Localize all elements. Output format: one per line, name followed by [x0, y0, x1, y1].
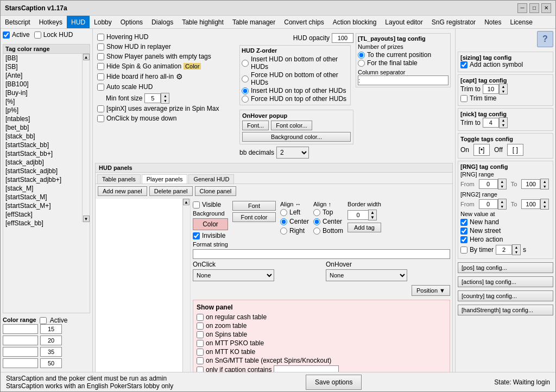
color-num-3[interactable] [40, 347, 62, 357]
tag-list-scroll-up[interactable]: ▲ [83, 54, 90, 60]
nick-trim-down[interactable]: ▼ [500, 123, 507, 128]
rng-from-input[interactable] [479, 179, 498, 189]
hud-opacity-input[interactable] [332, 33, 353, 43]
show-sng-mtt-checkbox[interactable] [197, 357, 204, 364]
onclick-mouse-checkbox[interactable] [97, 115, 104, 122]
tag-item[interactable]: [startStack_M+] [3, 201, 82, 210]
tag-item[interactable]: [effStack_bb] [3, 219, 82, 227]
tab-player-panels[interactable]: Player panels [142, 174, 188, 184]
show-mtt-ko-checkbox[interactable] [197, 349, 204, 356]
hide-board-checkbox[interactable] [97, 73, 104, 80]
tag-item[interactable]: [startStack_adjbb] [3, 167, 82, 175]
tag-item[interactable]: [SB] [3, 62, 82, 71]
tag-item[interactable]: [BB] [3, 54, 82, 62]
by-timer-up[interactable]: ▲ [513, 245, 520, 250]
tag-item[interactable]: [stack_M] [3, 184, 82, 193]
show-spins-table-checkbox[interactable] [197, 331, 204, 338]
for-final-table-radio[interactable] [358, 60, 365, 67]
tag-item[interactable]: [startStack_M] [3, 193, 82, 201]
close-button[interactable]: ✕ [541, 3, 551, 13]
tag-item[interactable]: [effStack] [3, 210, 82, 219]
add-action-symbol-checkbox[interactable] [460, 61, 467, 68]
invisible-checkbox[interactable] [193, 232, 200, 239]
rng2-to-down[interactable]: ▼ [541, 204, 548, 209]
rng2-to-up[interactable]: ▲ [541, 199, 548, 204]
country-config-button[interactable]: [country] tag config... [458, 290, 553, 301]
pos-config-button[interactable]: [pos] tag config... [458, 262, 553, 273]
show-hud-replayer-checkbox[interactable] [97, 43, 104, 50]
menu-dialogs[interactable]: Dialogs [147, 16, 178, 28]
menu-betscript[interactable]: Betscript [1, 16, 35, 28]
color-box-3[interactable] [3, 347, 38, 357]
toggle-on-box[interactable]: [•] [473, 144, 490, 156]
nick-trim-input[interactable] [483, 118, 499, 128]
rng-from-up[interactable]: ▲ [498, 179, 506, 184]
color-num-1[interactable] [40, 324, 62, 334]
actions-config-button[interactable]: [actions] tag config... [458, 276, 553, 287]
align-bottom-radio[interactable] [313, 227, 320, 235]
rng2-to-input[interactable] [521, 199, 540, 209]
onhover-select[interactable]: None [326, 269, 407, 281]
show-caption-checkbox[interactable] [197, 366, 204, 372]
menu-lobby[interactable]: Lobby [90, 16, 116, 28]
font-color-btn2[interactable]: Font color [232, 212, 276, 222]
min-font-input[interactable] [144, 93, 161, 103]
border-width-up[interactable]: ▲ [369, 210, 376, 215]
bb-decimals-select[interactable]: 2 0 1 3 [276, 147, 309, 159]
clone-panel-button[interactable]: Clone panel [195, 186, 237, 196]
tab-table-panels[interactable]: Table panels [97, 174, 141, 184]
tag-item[interactable]: [BB100] [3, 80, 82, 88]
min-font-down[interactable]: ▼ [161, 98, 169, 103]
tag-item[interactable]: [ntables] [3, 115, 82, 123]
tag-list-scroll-down[interactable]: ▼ [83, 216, 90, 222]
hand-strength-button[interactable]: [handStrength] tag config... [458, 305, 553, 315]
help-button[interactable]: ? [537, 31, 553, 47]
menu-hotkeys[interactable]: Hotkeys [35, 16, 67, 28]
maximize-button[interactable]: □ [529, 3, 539, 13]
tag-item[interactable]: [startStack_adjbb+] [3, 175, 82, 184]
menu-table-manager[interactable]: Table manager [228, 16, 280, 28]
color-num-4[interactable] [40, 358, 62, 368]
by-timer-checkbox[interactable] [460, 246, 467, 254]
color-box-1[interactable] [3, 324, 38, 334]
menu-table-highlight[interactable]: Table highlight [178, 16, 228, 28]
menu-convert-chips[interactable]: Convert chips [280, 16, 328, 28]
border-width-down[interactable]: ▼ [369, 215, 376, 220]
rng2-from-up[interactable]: ▲ [498, 199, 506, 204]
panel-list-scroll-up[interactable]: ▲ [183, 199, 189, 205]
rng-to-up[interactable]: ▲ [541, 179, 548, 184]
hero-action-checkbox[interactable] [460, 236, 467, 243]
tag-item[interactable]: [p%] [3, 106, 82, 115]
save-options-button[interactable]: Save options [306, 375, 362, 390]
show-zoom-table-checkbox[interactable] [197, 323, 204, 330]
tag-item[interactable]: [Ante] [3, 71, 82, 80]
tag-item[interactable]: [startStack_bb] [3, 141, 82, 149]
color-num-2[interactable] [40, 336, 62, 345]
position-button[interactable]: Position ▼ [412, 285, 450, 296]
tag-item[interactable]: [Buy-in] [3, 88, 82, 97]
trim-to-input[interactable] [483, 84, 499, 94]
background-color-btn2[interactable]: Color [193, 218, 228, 230]
to-current-position-radio[interactable] [358, 52, 365, 59]
font-btn2[interactable]: Font [232, 201, 276, 211]
trim-to-down[interactable]: ▼ [500, 89, 507, 94]
col-separator-input[interactable] [358, 75, 448, 85]
tag-item[interactable]: [stack_bb] [3, 132, 82, 141]
delete-panel-button[interactable]: Delete panel [149, 186, 193, 196]
auto-scale-checkbox[interactable] [97, 84, 104, 91]
zorder-radio-force-top[interactable] [242, 96, 249, 103]
font-color-button[interactable]: Font color... [271, 121, 312, 130]
rng2-from-input[interactable] [479, 199, 498, 209]
menu-hud[interactable]: HUD [67, 16, 90, 28]
show-regular-cash-checkbox[interactable] [197, 314, 204, 321]
add-new-panel-button[interactable]: Add new panel [98, 186, 147, 196]
zorder-radio-insert-bottom[interactable] [242, 60, 249, 67]
align-top-radio[interactable] [313, 209, 320, 216]
color-box-2[interactable] [3, 336, 38, 345]
show-player-panels-checkbox[interactable] [97, 53, 104, 60]
menu-license[interactable]: License [506, 16, 536, 28]
align-center-v-radio[interactable] [313, 218, 320, 225]
onclick-select[interactable]: None [193, 269, 274, 281]
toggle-off-box[interactable]: [ ] [507, 144, 523, 156]
rng-to-input[interactable] [521, 179, 540, 189]
